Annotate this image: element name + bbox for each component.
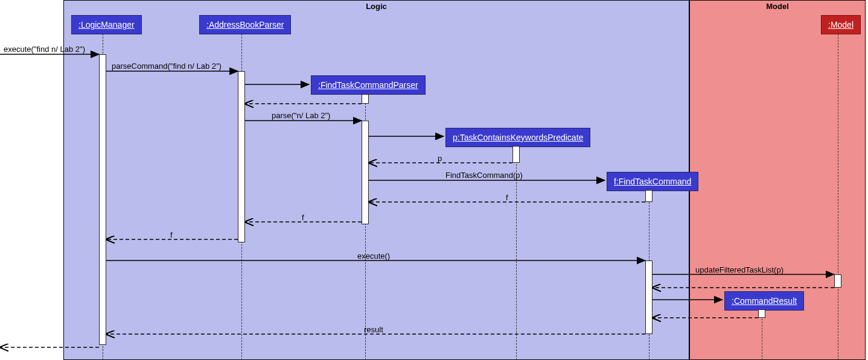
activation-model — [834, 274, 841, 288]
frame-logic: Logic — [63, 0, 689, 360]
participant-findTaskCommandParser: :FindTaskCommandParser — [311, 75, 426, 95]
participant-commandResult: :CommandResult — [724, 291, 804, 311]
msg-parseCommand: parseCommand("find n/ Lab 2") — [112, 62, 222, 71]
activation-findTaskCommand-1 — [645, 190, 653, 202]
msg-parse: parse("n/ Lab 2") — [272, 111, 330, 120]
participant-logicManager: :LogicManager — [71, 15, 142, 34]
activation-findTaskCommand-2 — [645, 261, 653, 334]
participant-model: :Model — [821, 15, 861, 34]
msg-execute: execute() — [357, 251, 390, 261]
frame-logic-title: Logic — [64, 2, 689, 11]
msg-p-return: p — [438, 154, 442, 163]
msg-f-return-1: f — [506, 193, 508, 202]
activation-findTaskCommandParser-2 — [362, 121, 369, 224]
activation-predicate — [512, 146, 520, 163]
participant-findTaskCommand: f:FindTaskCommand — [607, 172, 698, 191]
msg-result: result — [364, 325, 383, 334]
activation-commandResult — [758, 309, 765, 318]
lifeline-model — [838, 34, 838, 360]
msg-findTaskCommandCtor: FindTaskCommand(p) — [445, 171, 523, 180]
activation-addressBookParser — [238, 71, 245, 242]
msg-execute-entry: execute("find n/ Lab 2") — [4, 45, 85, 54]
msg-updateFilteredTaskList: updateFilteredTaskList(p) — [695, 265, 783, 274]
activation-logicManager — [99, 54, 106, 345]
activation-findTaskCommandParser-1 — [362, 94, 369, 104]
msg-f-return-3: f — [170, 230, 173, 239]
participant-predicate: p:TaskContainsKeywordsPredicate — [445, 128, 590, 147]
frame-model-title: Model — [690, 2, 865, 11]
msg-f-return-2: f — [302, 213, 304, 222]
participant-addressBookParser: :AddressBookParser — [199, 15, 291, 34]
